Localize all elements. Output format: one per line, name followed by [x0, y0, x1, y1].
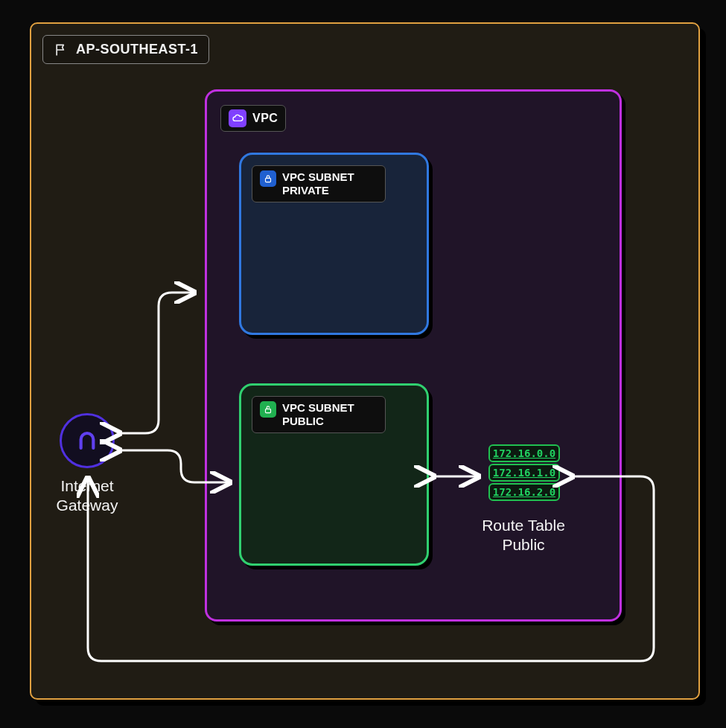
- route-table-label: Route Table Public: [468, 516, 579, 555]
- subnet-private-name: VPC SUBNET PRIVATE: [282, 170, 378, 197]
- route-row: 172.16.0.0: [488, 444, 560, 462]
- region-label: AP-SOUTHEAST-1: [42, 35, 209, 64]
- lock-open-icon: [260, 401, 276, 418]
- subnet-private: VPC SUBNET PRIVATE: [239, 153, 429, 335]
- route-table-node: 172.16.0.0 172.16.1.0 172.16.2.0: [488, 444, 560, 501]
- subnet-private-label: VPC SUBNET PRIVATE: [252, 165, 386, 202]
- internet-gateway-icon: [72, 426, 102, 456]
- route-row: 172.16.1.0: [488, 464, 560, 482]
- lock-closed-icon: [260, 170, 276, 187]
- diagram-canvas: AP-SOUTHEAST-1 VPC VPC SUBNET PRIVATE: [0, 0, 726, 728]
- internet-gateway-node: [60, 413, 115, 468]
- subnet-public-label: VPC SUBNET PUBLIC: [252, 396, 386, 433]
- subnet-public-name: VPC SUBNET PUBLIC: [282, 401, 378, 428]
- vpc-icon: [229, 109, 246, 127]
- vpc-name: VPC: [252, 112, 278, 125]
- svg-rect-0: [266, 178, 271, 182]
- subnet-public: VPC SUBNET PUBLIC: [239, 383, 429, 566]
- svg-rect-1: [266, 409, 271, 412]
- vpc-label: VPC: [220, 105, 286, 132]
- region-name: AP-SOUTHEAST-1: [76, 42, 198, 57]
- internet-gateway-label: Internet Gateway: [46, 476, 128, 516]
- flag-icon: [54, 42, 69, 57]
- route-row: 172.16.2.0: [488, 483, 560, 501]
